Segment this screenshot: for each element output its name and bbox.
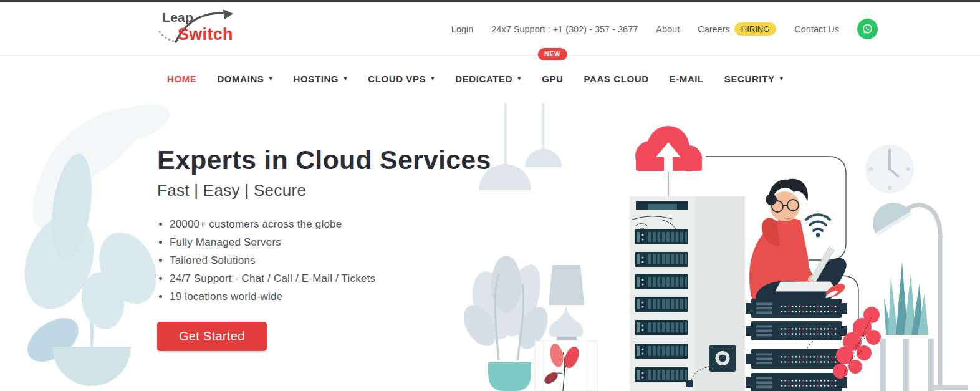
nav-label: HOSTING bbox=[294, 74, 339, 84]
hero-bullet-list: 20000+ customers across the globe Fully … bbox=[157, 215, 569, 306]
hero-subtitle: Fast | Easy | Secure bbox=[157, 181, 569, 200]
nav-item-cloud-vps[interactable]: CLOUD VPS ▾ bbox=[368, 74, 435, 84]
about-link[interactable]: About bbox=[656, 24, 680, 34]
new-badge: NEW bbox=[538, 48, 567, 60]
hero-section: Experts in Cloud Services Fast | Easy | … bbox=[157, 145, 569, 351]
logo-text-leap: Leap bbox=[162, 10, 193, 25]
logo[interactable]: Leap Switch bbox=[155, 9, 254, 50]
whatsapp-button[interactable] bbox=[857, 19, 878, 39]
hiring-badge: HIRING bbox=[734, 22, 777, 36]
hero-bullet: Tailored Solutions bbox=[170, 251, 569, 269]
logo-text-switch: Switch bbox=[178, 25, 233, 44]
nav-item-security[interactable]: SECURITY ▾ bbox=[724, 74, 784, 84]
nav-label: DOMAINS bbox=[217, 74, 264, 84]
contact-us-link[interactable]: Contact Us bbox=[794, 24, 839, 34]
hero-bullet: 19 locations world-wide bbox=[170, 287, 569, 306]
nav-label: GPU bbox=[542, 74, 563, 84]
main-nav: HOME DOMAINS ▾ HOSTING ▾ CLOUD VPS ▾ DED… bbox=[0, 56, 980, 102]
top-menu: Login 24x7 Support : +1 (302) - 357 - 36… bbox=[451, 2, 878, 56]
nav-label: DEDICATED bbox=[455, 74, 512, 84]
page-title: Experts in Cloud Services bbox=[157, 145, 569, 175]
support-phone-link[interactable]: 24x7 Support : +1 (302) - 357 - 3677 bbox=[491, 24, 638, 34]
nav-item-home[interactable]: HOME bbox=[167, 74, 196, 84]
whatsapp-icon bbox=[861, 22, 874, 36]
chevron-down-icon: ▾ bbox=[269, 74, 272, 82]
hero-bullet: 24/7 Support - Chat / Call / E-Mail / Ti… bbox=[170, 269, 569, 287]
top-border bbox=[0, 0, 980, 2]
clock-icon bbox=[865, 145, 914, 193]
nav-item-dedicated[interactable]: DEDICATED ▾ bbox=[455, 74, 521, 84]
nav-item-email[interactable]: E-MAIL bbox=[670, 74, 704, 84]
hero-bullet: Fully Managed Servers bbox=[170, 233, 569, 251]
nav-item-paas-cloud[interactable]: PAAS CLOUD bbox=[584, 74, 649, 84]
careers-link[interactable]: Careers HIRING bbox=[698, 22, 776, 36]
chevron-down-icon: ▾ bbox=[431, 74, 435, 82]
nav-label: CLOUD VPS bbox=[368, 74, 426, 84]
login-link[interactable]: Login bbox=[451, 24, 473, 34]
page: Leap Switch Login 24x7 Support : +1 (302… bbox=[0, 0, 980, 391]
nav-item-hosting[interactable]: HOSTING ▾ bbox=[294, 74, 348, 84]
hero-bullet: 20000+ customers across the globe bbox=[170, 215, 569, 233]
header: Leap Switch Login 24x7 Support : +1 (302… bbox=[0, 2, 980, 56]
nav-label: SECURITY bbox=[724, 74, 775, 84]
chevron-down-icon: ▾ bbox=[343, 74, 347, 82]
nav-item-gpu[interactable]: NEW GPU bbox=[542, 74, 563, 84]
get-started-button[interactable]: Get Started bbox=[157, 322, 267, 351]
wifi-icon bbox=[806, 215, 830, 231]
chevron-down-icon: ▾ bbox=[780, 74, 784, 82]
careers-label: Careers bbox=[698, 24, 730, 34]
chevron-down-icon: ▾ bbox=[517, 74, 521, 82]
nav-item-domains[interactable]: DOMAINS ▾ bbox=[217, 74, 272, 84]
